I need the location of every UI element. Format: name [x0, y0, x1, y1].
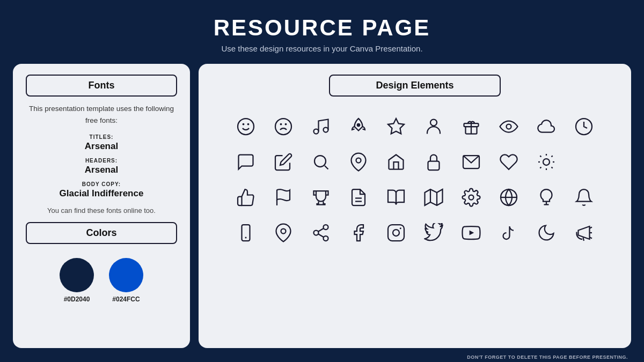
bell-icon [565, 181, 603, 213]
icons-grid [209, 110, 620, 249]
svg-line-23 [540, 156, 541, 157]
font-headers-label: HEADERS: [85, 158, 118, 164]
footer-note: DON'T FORGET TO DELETE THIS PAGE BEFORE … [0, 353, 644, 362]
envelope-icon [452, 146, 490, 178]
svg-marker-32 [425, 189, 443, 205]
page-title: RESOURCE PAGE [0, 15, 644, 41]
font-body-value: Glacial Indifference [60, 188, 144, 199]
fonts-label: Fonts [26, 75, 177, 97]
swatch-dark-circle [60, 258, 94, 292]
sun-icon [528, 146, 565, 178]
pin-icon [340, 146, 377, 178]
svg-line-27 [540, 167, 541, 168]
svg-point-49 [393, 230, 399, 236]
font-headers: HEADERS: Arsenal [85, 155, 118, 175]
icon-row-2 [209, 146, 620, 178]
tiktok-icon [490, 217, 528, 249]
design-elements-label: Design Elements [329, 75, 501, 97]
mobile-icon [227, 217, 265, 249]
icon-row-4 [209, 217, 620, 249]
svg-line-28 [552, 156, 553, 157]
chat-icon [227, 146, 265, 178]
right-panel: Design Elements [199, 64, 631, 348]
instagram-icon [377, 217, 415, 249]
swatch-blue-circle [109, 258, 143, 292]
youtube-icon [452, 217, 490, 249]
bulb-icon [528, 181, 565, 213]
svg-point-15 [314, 156, 326, 167]
globe-icon [490, 181, 528, 213]
font-body-label: BODY COPY: [82, 181, 121, 187]
smile-icon [227, 110, 265, 143]
svg-point-44 [314, 231, 319, 235]
heart-icon [490, 146, 528, 178]
font-body: BODY COPY: Glacial Indifference [60, 179, 144, 199]
svg-point-0 [238, 119, 254, 135]
share-icon [302, 217, 340, 249]
swatch-blue-hex: #024FCC [112, 295, 140, 303]
font-titles: TITLES: Arsenal [85, 131, 118, 152]
svg-point-10 [430, 120, 437, 126]
document-icon [340, 181, 377, 213]
icon-row-1 [209, 110, 620, 143]
svg-line-46 [318, 234, 324, 237]
svg-point-50 [400, 227, 401, 229]
svg-point-17 [356, 158, 361, 163]
twitter-icon [415, 217, 452, 249]
fonts-description: This presentation template uses the foll… [26, 103, 177, 126]
font-titles-label: TITLES: [90, 134, 114, 140]
colors-section: Colors #0D2040 #024FCC [26, 222, 177, 303]
facebook-icon [340, 217, 377, 249]
lock-icon [415, 146, 452, 178]
svg-rect-18 [428, 161, 440, 171]
svg-marker-51 [470, 230, 474, 235]
svg-point-45 [324, 236, 328, 241]
rocket-icon [340, 110, 377, 143]
fonts-online: You can find these fonts online too. [47, 206, 156, 215]
location-icon [265, 217, 302, 249]
color-swatches: #0D2040 #024FCC [60, 258, 143, 303]
star-icon [377, 110, 415, 143]
trophy-icon [302, 181, 340, 213]
empty-r2 [565, 146, 603, 178]
cloud-icon [528, 110, 565, 143]
svg-line-47 [318, 228, 324, 232]
svg-line-16 [325, 166, 328, 169]
colors-label: Colors [26, 222, 177, 244]
main-content: Fonts This presentation template uses th… [0, 57, 644, 353]
font-headers-value: Arsenal [85, 165, 118, 175]
eye-icon [490, 110, 528, 143]
map-icon [415, 181, 452, 213]
music-icon [302, 110, 340, 143]
page-subtitle: Use these design resources in your Canva… [0, 44, 644, 53]
gear-icon [452, 181, 490, 213]
svg-point-7 [324, 128, 328, 132]
svg-point-43 [324, 225, 328, 230]
icon-row-3 [209, 181, 620, 213]
svg-point-8 [357, 124, 360, 127]
svg-point-13 [507, 124, 511, 129]
page-header: RESOURCE PAGE Use these design resources… [0, 0, 644, 57]
font-titles-value: Arsenal [85, 141, 118, 152]
svg-point-42 [281, 229, 286, 234]
svg-point-3 [275, 119, 291, 135]
svg-point-6 [314, 129, 319, 134]
book-icon [377, 181, 415, 213]
swatch-dark-hex: #0D2040 [64, 295, 90, 303]
flag-icon [265, 181, 302, 213]
svg-rect-48 [388, 225, 404, 241]
svg-point-35 [469, 195, 474, 200]
moon-icon [528, 217, 565, 249]
thumbsup-icon [227, 181, 265, 213]
svg-line-24 [552, 167, 553, 168]
sad-icon [265, 110, 302, 143]
left-panel: Fonts This presentation template uses th… [13, 64, 190, 348]
person-icon [415, 110, 452, 143]
svg-point-20 [543, 159, 550, 165]
swatch-dark: #0D2040 [60, 258, 94, 303]
home-icon [377, 146, 415, 178]
gift-icon [452, 110, 490, 143]
pencil-icon [265, 146, 302, 178]
swatch-blue: #024FCC [109, 258, 143, 303]
clock-icon [565, 110, 603, 143]
